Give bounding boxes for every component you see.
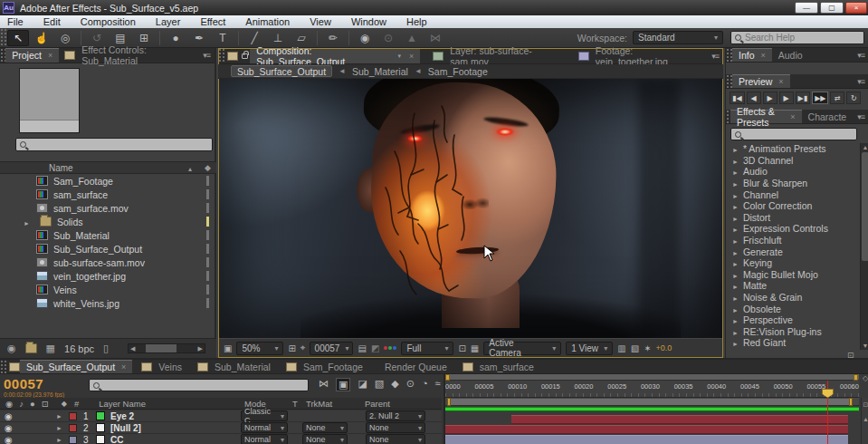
scroll-up-icon[interactable]: ▲	[862, 416, 868, 422]
panel-menu-icon[interactable]	[853, 77, 868, 86]
clone-stamp-tool-icon[interactable]: ⊥	[267, 30, 289, 46]
work-area-bar[interactable]	[445, 398, 859, 406]
effects-category[interactable]: Audio	[726, 166, 860, 178]
menu-help[interactable]: Help	[406, 16, 427, 27]
timeline-search-input[interactable]	[103, 381, 304, 391]
parent-dropdown[interactable]: None	[366, 434, 425, 444]
effects-category[interactable]: Channel	[726, 188, 860, 200]
tab-effects-presets[interactable]: Effects & Presets	[730, 110, 802, 123]
blend-mode-dropdown[interactable]: Normal	[241, 434, 288, 444]
tab-project[interactable]: Project	[5, 48, 59, 63]
scrollbar-thumb[interactable]	[862, 152, 868, 261]
breadcrumb-item[interactable]: Sam_Footage	[428, 66, 488, 77]
layer-name[interactable]: [Null 2]	[110, 423, 141, 433]
menu-edit[interactable]: Edit	[43, 16, 61, 27]
brush-tool-icon[interactable]: ╱	[243, 30, 265, 46]
layer-duration-bar[interactable]	[445, 435, 848, 444]
graph-editor-icon[interactable]: ≈	[435, 378, 441, 391]
selection-tool-icon[interactable]: ↖	[7, 30, 29, 46]
panel-grip[interactable]	[726, 48, 732, 62]
timeline-tab[interactable]: Sam_Footage	[297, 360, 369, 373]
expand-arrow-icon[interactable]	[732, 269, 743, 280]
timeline-tab[interactable]: Veins	[152, 360, 188, 373]
rotation-tool-icon[interactable]: ↺	[86, 30, 108, 46]
pan-behind-tool-icon[interactable]: ⊞	[133, 30, 155, 46]
menu-animation[interactable]: Animation	[245, 16, 290, 27]
comp-marker-bin[interactable]: ◇	[861, 374, 868, 398]
always-preview-icon[interactable]: ▣	[224, 343, 232, 353]
maximize-button[interactable]: ▢	[820, 2, 844, 14]
effects-search-input[interactable]	[745, 130, 853, 140]
tab-audio[interactable]: Audio	[772, 48, 809, 62]
effects-category[interactable]: Noise & Grain	[726, 292, 860, 304]
parent-column[interactable]: Parent	[365, 399, 390, 409]
expand-arrow-icon[interactable]	[732, 212, 743, 223]
blend-mode-dropdown[interactable]: Normal	[241, 422, 288, 433]
expand-arrow-icon[interactable]	[732, 304, 743, 314]
mask-visibility-icon[interactable]: ⌖	[300, 343, 306, 353]
tab-composition[interactable]: Composition: Sub_Surface_Output▾	[250, 48, 420, 63]
current-time-field[interactable]: 00057	[310, 342, 353, 355]
delete-icon[interactable]: ▯	[103, 343, 109, 354]
eraser-tool-icon[interactable]: ▱	[291, 30, 312, 46]
layer-color-swatch[interactable]	[96, 423, 105, 432]
project-item[interactable]: sub-surface-sam.mov	[0, 256, 216, 269]
navigator-end-handle[interactable]	[854, 374, 858, 381]
effects-category[interactable]: RE:Vision Plug-ins	[726, 326, 860, 338]
work-area-start-handle[interactable]	[447, 398, 451, 406]
project-item[interactable]: Solids	[0, 215, 216, 228]
effects-category[interactable]: Red Giant	[726, 337, 860, 349]
project-list-header[interactable]: Name ◆	[0, 161, 216, 174]
draft-3d-icon[interactable]: ◪	[358, 378, 367, 391]
panel-grip[interactable]	[218, 48, 224, 63]
effects-category[interactable]: Expression Controls	[726, 223, 860, 235]
layer-row[interactable]: ◉ ► 2 [Null 2] Normal None None	[0, 422, 442, 434]
expand-arrow-icon[interactable]	[732, 314, 743, 325]
previous-frame-button[interactable]: ◀	[747, 92, 761, 104]
panel-menu-icon[interactable]	[853, 51, 868, 60]
panel-menu-icon[interactable]	[707, 52, 723, 61]
effects-category[interactable]: Frischluft	[726, 235, 860, 246]
effects-category[interactable]: * Animation Presets	[726, 143, 860, 155]
expand-arrow-icon[interactable]	[732, 223, 743, 234]
composition-view[interactable]	[219, 79, 722, 338]
effects-category[interactable]: Distort	[726, 212, 860, 224]
t-column[interactable]: T	[292, 399, 298, 409]
axis-mode-icon[interactable]: ▲	[401, 30, 423, 46]
panel-grip[interactable]	[726, 74, 732, 88]
project-item[interactable]: Sub_Surface_Output	[0, 242, 216, 256]
panel-grip[interactable]	[0, 28, 6, 47]
auto-keyframe-icon[interactable]: ◔	[422, 378, 428, 391]
first-frame-button[interactable]: ▮◀	[730, 92, 745, 104]
tab-effect-controls[interactable]: Effect Controls: Sub_Material	[75, 48, 198, 63]
channel-icon[interactable]	[384, 346, 396, 350]
expand-arrow-icon[interactable]	[732, 178, 743, 188]
effects-category[interactable]: Blur & Sharpen	[726, 178, 860, 189]
project-search-input[interactable]	[30, 140, 208, 150]
shape-tool-icon[interactable]: ●	[165, 30, 186, 46]
comp-flowchart-icon[interactable]: ▧	[631, 343, 639, 353]
interpret-footage-icon[interactable]: ◉	[7, 343, 16, 354]
parent-dropdown[interactable]: 2. Null 2	[366, 410, 425, 421]
eye-icon[interactable]: ◉	[5, 435, 13, 444]
effects-category[interactable]: Keying	[726, 257, 860, 269]
work-area-end-handle[interactable]	[849, 398, 853, 406]
timeline-tab[interactable]: sam_surface	[473, 360, 540, 373]
blend-mode-dropdown[interactable]: Classic C	[241, 410, 288, 421]
new-composition-icon[interactable]: ▦	[46, 343, 55, 354]
project-item[interactable]: Veins	[0, 283, 216, 296]
expand-arrow-icon[interactable]: ►	[56, 437, 62, 443]
menu-window[interactable]: Window	[351, 16, 386, 27]
scrollbar-thumb[interactable]	[146, 344, 176, 352]
camera-tool-icon[interactable]: ▤	[110, 30, 131, 46]
timeline-tab-render-queue[interactable]: Render Queue	[378, 360, 453, 373]
help-search-input[interactable]	[745, 33, 860, 43]
trkmat-column[interactable]: TrkMat	[306, 399, 332, 409]
help-search[interactable]	[730, 31, 864, 44]
project-item[interactable]: Sam_Footage	[0, 174, 216, 188]
menu-composition[interactable]: Composition	[81, 16, 136, 27]
expand-arrow-icon[interactable]	[732, 292, 743, 303]
time-navigator[interactable]	[445, 374, 859, 381]
tab-info[interactable]: Info	[732, 48, 772, 62]
expand-arrow-icon[interactable]	[732, 280, 743, 291]
